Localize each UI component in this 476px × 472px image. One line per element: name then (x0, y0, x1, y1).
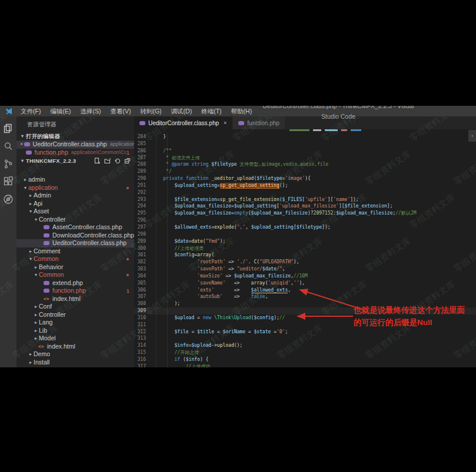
code-line[interactable]: 317 //上传成功 (134, 363, 476, 367)
code-line[interactable]: 305 'saveName' => array('uniqid',''), (134, 280, 476, 287)
code-line[interactable]: 286 /** (134, 148, 476, 155)
search-icon[interactable] (0, 138, 16, 155)
line-number: 316 (134, 356, 149, 363)
code-line[interactable]: 303 'savePath' => "ueditor/$date/", (134, 266, 476, 273)
tree-file[interactable]: function.php1 (16, 287, 134, 295)
code-line[interactable]: 294 $upload_max_filesize=$upload_setting… (134, 203, 476, 210)
line-number: 311 (134, 322, 149, 329)
chevron-right-icon: ▸ (28, 192, 34, 200)
code-line[interactable]: 295 $upload_max_filesize=empty($upload_m… (134, 210, 476, 217)
tree-folder[interactable]: ▸Portal (16, 366, 134, 367)
sidebar-title: 资源管理器 (16, 116, 134, 132)
project-section-header[interactable]: ▾ THINKCMFX_2.2.3 (16, 156, 134, 165)
tree-folder[interactable]: ▸admin (16, 176, 134, 184)
new-folder-icon[interactable] (104, 158, 111, 164)
tree-folder[interactable]: ▸Comment (16, 247, 134, 256)
code-line[interactable]: 293 $file_extension=sp_get_file_extensio… (134, 196, 476, 203)
code-line[interactable]: 299 $date=date("Ymd"); (134, 238, 476, 245)
tree-item-label: Common (39, 271, 64, 279)
refresh-icon[interactable] (114, 158, 121, 164)
code-text: $upload = new \Think\Upload($config);// (149, 314, 285, 322)
code-line[interactable]: 290 private function _ueditor_upload($fi… (134, 175, 476, 182)
code-text: 'maxSize' => $upload_max_filesize,//10M (149, 273, 308, 280)
tree-item-label: index.html (52, 295, 81, 303)
menu-item[interactable]: 编辑(E) (45, 106, 75, 116)
code-line[interactable]: 285 (134, 140, 476, 148)
code-line[interactable]: 312 $file = $title = $oriName = $state =… (134, 329, 476, 336)
code-line[interactable]: 304 'maxSize' => $upload_max_filesize,//… (134, 273, 476, 280)
code-line[interactable]: 306 'exts' => $allowed_exts, (134, 287, 476, 294)
code-line[interactable]: 316 if ($info) { (134, 356, 476, 363)
php-file-icon (44, 233, 49, 237)
tree-folder[interactable]: ▸Admin (16, 192, 134, 200)
code-line[interactable]: 315 //开始上传 (134, 349, 476, 356)
chevron-down-icon: ▾ (33, 216, 39, 224)
menu-item[interactable]: 终端(T) (197, 106, 226, 116)
code-line[interactable]: 288 * @param string $filetype 文件类型,如imag… (134, 161, 476, 168)
close-icon[interactable]: × (20, 140, 24, 149)
code-line[interactable]: 291 $upload_setting=sp_get_upload_settin… (134, 182, 476, 189)
tree-folder[interactable]: ▸Lib (16, 327, 134, 335)
code-line[interactable]: 292 (134, 189, 476, 196)
debug-icon[interactable] (0, 190, 16, 208)
explorer-icon[interactable] (0, 120, 16, 138)
line-number: 314 (134, 342, 149, 349)
source-control-icon[interactable] (0, 155, 16, 173)
tree-folder[interactable]: ▾Common (16, 271, 134, 279)
code-text: $info=$upload->upload(); (149, 342, 242, 349)
php-file-icon (44, 225, 49, 229)
tree-folder[interactable]: ▾application (16, 184, 134, 192)
menu-item[interactable]: 查看(V) (105, 106, 135, 116)
tree-file[interactable]: <>index.html (16, 295, 134, 303)
code-line[interactable]: 301 $config=array( (134, 252, 476, 259)
open-editor-item[interactable]: × UeditorController.class.php applicatio… (16, 140, 134, 149)
close-icon[interactable]: × (224, 120, 227, 126)
tree-folder[interactable]: ▸Demo (16, 350, 134, 359)
tree-folder[interactable]: ▾Common (16, 255, 134, 263)
code-line[interactable]: 314 $info=$upload->upload(); (134, 342, 476, 349)
tree-folder[interactable]: ▸Api (16, 200, 134, 208)
tree-folder[interactable]: ▸Install (16, 359, 134, 367)
code-line[interactable]: 284 } (134, 133, 476, 140)
open-editor-item[interactable]: function.php application\Common\Comm... … (16, 149, 134, 157)
code-line[interactable]: 296 (134, 217, 476, 224)
tab-ueditorcontroller[interactable]: UeditorController.class.php × (134, 116, 232, 129)
extensions-icon[interactable] (0, 173, 16, 190)
tree-folder[interactable]: ▸Conf (16, 303, 134, 311)
open-editors-header[interactable]: ▾ 打开的编辑器 (16, 132, 134, 140)
code-text: private function _ueditor_upload($filety… (149, 175, 311, 182)
code-line[interactable]: 302 'rootPath' => './'. C("UPLOADPATH"), (134, 259, 476, 266)
menu-item[interactable]: 转到(G) (135, 106, 166, 116)
tree-folder[interactable]: ▾Controller (16, 216, 134, 224)
line-number: 293 (134, 196, 149, 203)
code-line[interactable]: 289 */ (134, 168, 476, 175)
menu-item[interactable]: 帮助(H) (227, 106, 257, 116)
code-line[interactable]: 298 (134, 231, 476, 238)
tree-file[interactable]: DownloadController.class.php (16, 232, 134, 240)
code-line[interactable]: 300 //上传处理类 (134, 245, 476, 252)
tree-file[interactable]: extend.php (16, 279, 134, 287)
code-line[interactable]: 287 * 处理文件上传 (134, 155, 476, 162)
tree-folder[interactable]: ▸Lang (16, 319, 134, 327)
chevron-right-icon: ▸ (28, 247, 34, 256)
html-file-icon: <> (38, 343, 45, 351)
collapse-all-icon[interactable] (124, 158, 131, 164)
menu-item[interactable]: 文件(F) (16, 106, 45, 116)
tree-folder[interactable]: ▸Model (16, 334, 134, 343)
code-line[interactable]: 307 'autoSub' => false, (134, 293, 476, 300)
code-line[interactable]: 313 (134, 335, 476, 342)
tree-folder[interactable]: ▸Controller (16, 311, 134, 319)
menu-item[interactable]: 调试(D) (167, 106, 197, 116)
tree-file[interactable]: AssetController.class.php (16, 223, 134, 232)
tree-item-label: extend.php (52, 279, 83, 287)
tree-folder[interactable]: ▸Behavior (16, 263, 134, 272)
line-number: 305 (134, 280, 149, 287)
line-number: 285 (134, 140, 149, 148)
tree-folder[interactable]: ▾Asset (16, 207, 134, 216)
tree-file[interactable]: <>index.html (16, 343, 134, 351)
menu-item[interactable]: 选择(S) (75, 106, 105, 116)
line-number: 291 (134, 182, 149, 189)
code-line[interactable]: 297 $allowed_exts=explode(',', $upload_s… (134, 224, 476, 231)
new-file-icon[interactable] (94, 158, 101, 164)
tree-file[interactable]: UeditorController.class.php (16, 239, 134, 247)
